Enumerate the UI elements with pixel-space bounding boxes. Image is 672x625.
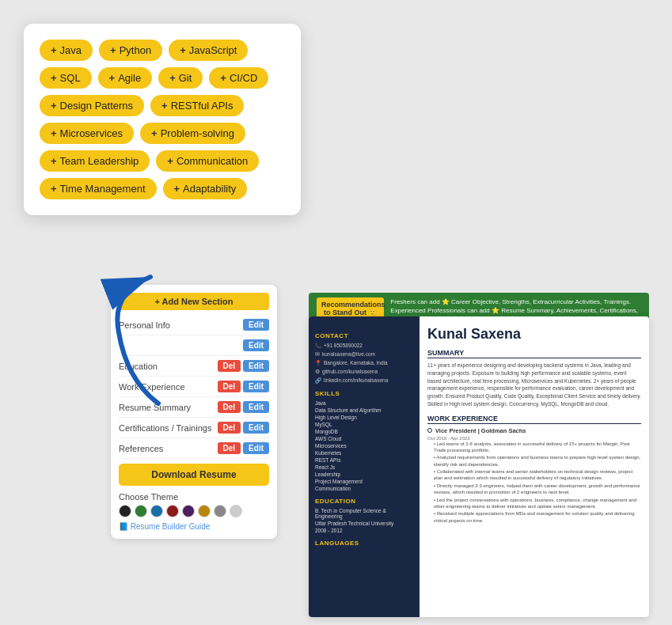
edu-school: Uttar Pradesh Technical University xyxy=(315,521,413,526)
resume-skill-item: Data Structure and Algorithm xyxy=(315,407,413,413)
resume-skills-list: JavaData Structure and AlgorithmHigh Lev… xyxy=(315,400,413,491)
del-education-button[interactable]: Del xyxy=(218,360,241,372)
edit-summary-button[interactable]: Edit xyxy=(243,401,269,413)
theme-dot-5[interactable] xyxy=(198,505,211,517)
skill-tag-design-patterns[interactable]: + Design Patterns xyxy=(40,95,144,116)
summary-text: 11+ years of experience designing and de… xyxy=(427,362,641,408)
skill-tag-python[interactable]: + Python xyxy=(99,40,162,61)
skill-tag-microservices[interactable]: + Microservices xyxy=(40,123,134,144)
resume-skill-item: Microservices xyxy=(315,443,413,449)
theme-dot-2[interactable] xyxy=(150,505,163,517)
theme-dots-container xyxy=(119,505,269,517)
theme-dot-0[interactable] xyxy=(119,505,131,517)
resume-skill-item: Kubernetes xyxy=(315,450,413,456)
edit-education-button[interactable]: Edit xyxy=(243,360,269,372)
theme-dot-3[interactable] xyxy=(166,505,179,517)
resume-skill-item: AWS Cloud xyxy=(315,436,413,441)
del-refs-button[interactable]: Del xyxy=(218,442,241,454)
theme-section: Choose Theme xyxy=(119,492,269,517)
theme-dot-6[interactable] xyxy=(214,505,226,517)
skill-tag-problem-solving[interactable]: + Problem-solving xyxy=(140,123,245,144)
del-summary-button[interactable]: Del xyxy=(218,401,241,413)
resume-skill-item: React Js xyxy=(315,464,413,470)
skill-tag-java[interactable]: + Java xyxy=(40,40,93,61)
resume-skill-item: Java xyxy=(315,400,413,406)
resume-skill-item: MySQL xyxy=(315,422,413,427)
contact-location: 📍 Bangalore, Karnataka, India xyxy=(315,360,413,366)
skill-tag-git[interactable]: + Git xyxy=(158,67,203,89)
resume-right-content: Kunal Saxena SUMMARY 11+ years of experi… xyxy=(420,316,649,617)
skill-tag-javascript[interactable]: + JavaScript xyxy=(169,40,248,61)
section-row-certs: Certifications / Trainings Del Edit xyxy=(119,418,269,438)
skill-tag-ci/cd[interactable]: + CI/CD xyxy=(209,67,268,89)
edit-certs-button[interactable]: Edit xyxy=(243,422,269,434)
work-exp-heading: WORK EXPERIENCE xyxy=(427,415,641,424)
skills-tags-container: + Java+ Python+ JavaScript+ SQL+ Agile+ … xyxy=(40,40,285,199)
edit-blank-button[interactable]: Edit xyxy=(243,339,269,351)
theme-label: Choose Theme xyxy=(119,492,269,502)
job-bullet: Collaborated with internal teams and sen… xyxy=(427,468,641,482)
edu-degree: B. Tech in Computer Science & Engineerin… xyxy=(315,508,413,519)
contact-github: ⚙ github.com/kunalsaxena xyxy=(315,369,413,375)
guide-link[interactable]: 📘 Resume Builder Guide xyxy=(119,522,269,531)
theme-dot-4[interactable] xyxy=(182,505,195,517)
job-bullet: Directly managed 2-3 engineers, helped t… xyxy=(427,483,641,496)
arrow-indicator xyxy=(95,269,198,411)
resume-skill-item: High Level Design xyxy=(315,415,413,420)
job-bullet: Led the project conversations with opera… xyxy=(427,497,641,510)
resume-skill-item: MongoDB xyxy=(315,429,413,434)
skill-tag-restful-apis[interactable]: + RESTful APIs xyxy=(150,95,244,116)
resume-skill-item: Leadership xyxy=(315,472,413,477)
contact-section-title: CONTACT xyxy=(315,332,413,339)
skills-section-title: SKILLS xyxy=(315,390,413,397)
job-bullets: Led teams of 2-6 analysts, associates in… xyxy=(427,441,641,525)
edit-refs-button[interactable]: Edit xyxy=(243,442,269,454)
section-name-certs: Certifications / Trainings xyxy=(119,423,211,433)
skill-tag-communication[interactable]: + Communication xyxy=(156,150,259,172)
contact-email: ✉ kunalsaxena@live.com xyxy=(315,351,413,358)
resume-skill-item: Communication xyxy=(315,486,413,491)
job-bullet: Analyzed requirements from operations an… xyxy=(427,454,641,468)
resume-skill-item: REST APIs xyxy=(315,457,413,463)
resume-skill-item: Project Management xyxy=(315,479,413,484)
del-work-button[interactable]: Del xyxy=(218,381,241,392)
job-bullet: Received multiple appreciations from MDs… xyxy=(427,510,641,524)
section-name-refs: References xyxy=(119,444,163,453)
lang-section-title: LANGUAGES xyxy=(315,540,413,547)
contact-phone: 📞 +91 8505890022 xyxy=(315,343,413,349)
edit-personal-button[interactable]: Edit xyxy=(243,319,269,331)
skill-tag-team-leadership[interactable]: + Team Leadership xyxy=(40,150,150,172)
resume-sidebar: CONTACT 📞 +91 8505890022 ✉ kunalsaxena@l… xyxy=(309,316,420,617)
edu-dates: 2008 - 2012 xyxy=(315,528,413,533)
edit-work-button[interactable]: Edit xyxy=(243,381,269,392)
summary-heading: SUMMARY xyxy=(427,349,641,358)
skill-tag-time-management[interactable]: + Time Management xyxy=(40,178,157,199)
edu-section-title-sidebar: EDUCATION xyxy=(315,498,413,505)
resume-name: Kunal Saxena xyxy=(427,326,641,343)
contact-linkedin: 🔗 linkedin.com/in/kunalsaxena xyxy=(315,377,413,384)
job-title: Vice President | Goldman Sachs xyxy=(435,427,526,434)
theme-dot-1[interactable] xyxy=(135,505,147,517)
resume-preview: CONTACT 📞 +91 8505890022 ✉ kunalsaxena@l… xyxy=(309,316,649,617)
download-resume-button[interactable]: Download Resume xyxy=(119,464,269,486)
skills-card: + Java+ Python+ JavaScript+ SQL+ Agile+ … xyxy=(24,24,301,215)
section-row-refs: References Del Edit xyxy=(119,438,269,459)
theme-dot-7[interactable] xyxy=(230,505,242,517)
skill-tag-adaptability[interactable]: + Adaptability xyxy=(163,178,248,199)
del-certs-button[interactable]: Del xyxy=(218,422,241,434)
job-bullet: Led teams of 2-6 analysts, associates in… xyxy=(427,441,641,454)
skill-tag-agile[interactable]: + Agile xyxy=(98,67,153,89)
skill-tag-sql[interactable]: + SQL xyxy=(40,67,92,89)
